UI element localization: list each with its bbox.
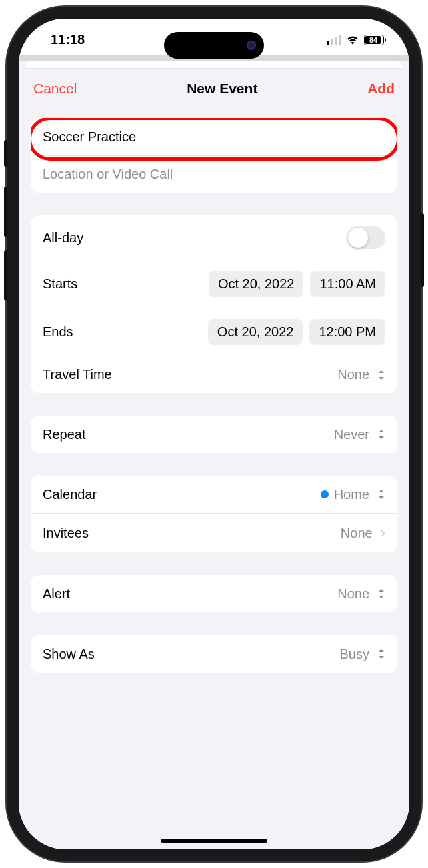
alert-group: Alert None bbox=[31, 575, 397, 612]
starts-label: Starts bbox=[43, 276, 77, 292]
screen: 11:18 84 bbox=[19, 19, 409, 849]
updown-icon bbox=[377, 588, 385, 599]
home-indicator[interactable] bbox=[161, 839, 267, 843]
travel-time-label: Travel Time bbox=[43, 367, 112, 382]
event-title-input[interactable] bbox=[43, 129, 385, 145]
starts-date-picker[interactable]: Oct 20, 2022 bbox=[209, 271, 304, 297]
starts-row: Starts Oct 20, 2022 11:00 AM bbox=[31, 260, 397, 308]
updown-icon bbox=[377, 429, 385, 440]
title-location-group bbox=[31, 118, 397, 193]
power-button bbox=[421, 213, 424, 287]
ends-date-picker[interactable]: Oct 20, 2022 bbox=[208, 319, 303, 345]
travel-time-row[interactable]: Travel Time None bbox=[31, 356, 397, 393]
add-button[interactable]: Add bbox=[367, 81, 395, 97]
new-event-sheet: Cancel New Event Add bbox=[19, 69, 409, 849]
chevron-right-icon: › bbox=[381, 524, 385, 542]
showas-group: Show As Busy bbox=[31, 635, 397, 673]
calendar-value: Home bbox=[334, 487, 369, 502]
updown-icon bbox=[377, 489, 385, 500]
repeat-value: Never bbox=[334, 427, 369, 442]
showas-value: Busy bbox=[340, 646, 369, 662]
front-camera-icon bbox=[247, 41, 256, 50]
ends-label: Ends bbox=[43, 324, 73, 340]
status-time: 11:18 bbox=[51, 32, 85, 47]
phone-frame: 11:18 84 bbox=[7, 7, 421, 861]
cellular-signal-icon bbox=[327, 35, 341, 45]
calendar-group: Calendar Home Invitees None bbox=[31, 476, 397, 552]
event-title-row[interactable] bbox=[31, 118, 397, 155]
sheet-title: New Event bbox=[187, 81, 257, 97]
datetime-group: All-day Starts Oct 20, 2022 11:00 AM bbox=[31, 215, 397, 393]
all-day-label: All-day bbox=[43, 230, 83, 246]
ends-time-picker[interactable]: 12:00 PM bbox=[309, 319, 385, 345]
battery-icon: 84 bbox=[364, 35, 384, 45]
calendar-row[interactable]: Calendar Home bbox=[31, 476, 397, 513]
location-row[interactable] bbox=[31, 155, 397, 193]
showas-label: Show As bbox=[43, 646, 95, 662]
ends-row: Ends Oct 20, 2022 12:00 PM bbox=[31, 308, 397, 356]
location-input[interactable] bbox=[43, 167, 385, 182]
all-day-row: All-day bbox=[31, 215, 397, 260]
invitees-label: Invitees bbox=[43, 526, 89, 541]
invitees-value: None bbox=[341, 526, 373, 541]
alert-label: Alert bbox=[43, 586, 70, 602]
updown-icon bbox=[377, 648, 385, 659]
sheet-header: Cancel New Event Add bbox=[19, 69, 409, 109]
mute-switch bbox=[4, 140, 7, 167]
volume-down-button bbox=[4, 250, 7, 300]
travel-time-value: None bbox=[337, 367, 369, 382]
cancel-button[interactable]: Cancel bbox=[33, 81, 77, 97]
all-day-toggle[interactable] bbox=[347, 226, 385, 249]
calendar-color-dot-icon bbox=[321, 490, 329, 498]
calendar-label: Calendar bbox=[43, 487, 97, 502]
dynamic-island bbox=[164, 32, 264, 59]
background-sheet-hint bbox=[25, 61, 403, 69]
wifi-icon bbox=[346, 35, 359, 45]
updown-icon bbox=[377, 370, 385, 380]
volume-up-button bbox=[4, 187, 7, 237]
invitees-row[interactable]: Invitees None › bbox=[31, 513, 397, 552]
alert-row[interactable]: Alert None bbox=[31, 575, 397, 612]
starts-time-picker[interactable]: 11:00 AM bbox=[310, 271, 385, 297]
repeat-label: Repeat bbox=[43, 427, 86, 442]
repeat-row[interactable]: Repeat Never bbox=[31, 416, 397, 453]
alert-value: None bbox=[337, 586, 369, 602]
showas-row[interactable]: Show As Busy bbox=[31, 635, 397, 673]
repeat-group: Repeat Never bbox=[31, 416, 397, 453]
battery-percent: 84 bbox=[369, 36, 377, 44]
